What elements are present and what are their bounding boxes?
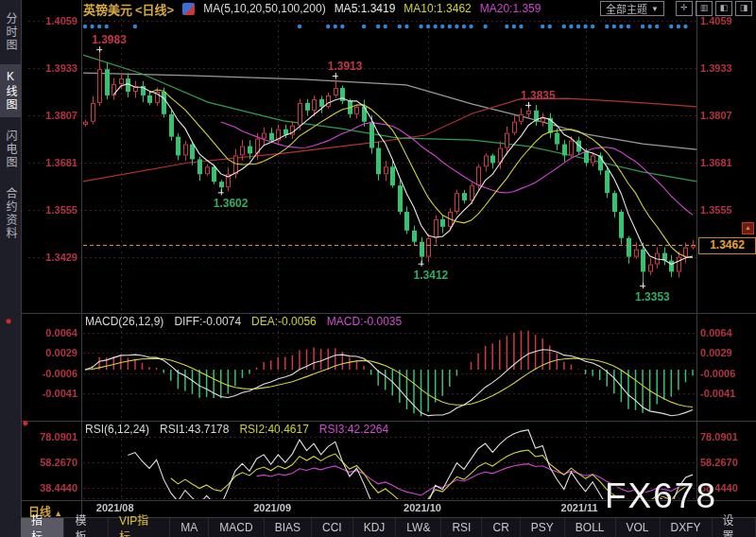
ma20-value: MA20:1.359 [480,2,541,15]
toolbar-item-RSI[interactable]: RSI [441,518,482,537]
rsi2-value: RSI2:40.4617 [239,423,308,436]
toolbar-item-KDJ[interactable]: KDJ [353,518,397,537]
theme-dropdown-label: 全部主题 [606,1,647,16]
chart-next-icon[interactable]: ◨ [735,1,752,16]
sidebar-item-time-chart[interactable]: 分时图 [0,7,22,58]
rsi3-value: RSI3:42.2264 [319,423,388,436]
macd-macd-value: MACD:-0.0035 [327,315,402,328]
sidebar-item-contract-info[interactable]: 合约资料 [0,182,22,246]
toolbar-item-CR[interactable]: CR [482,518,520,537]
chart-tool-buttons: ✛▥◧◨ [673,1,752,16]
rsi-title[interactable]: RSI(6,12,24) [85,423,149,436]
sidebar: 分时图K线图闪电图合约资料 [0,0,21,537]
chevron-down-icon: ▼ [651,5,659,13]
panel-separator [21,313,756,314]
period-tag: <日线> [135,0,174,18]
toolbar-item-CCI[interactable]: CCI [312,518,353,537]
toolbar-item-BOLL[interactable]: BOLL [565,518,616,537]
ma-settings-label[interactable]: MA(5,10,20,50,100,200) [203,2,325,15]
sidebar-item-lightning-chart[interactable]: 闪电图 [0,124,22,175]
indicator-window-icon[interactable]: ▥ [696,1,713,16]
rsi1-value: RSI1:43.7178 [160,423,229,436]
chart-canvas[interactable] [0,0,756,537]
macd-dea-value: DEA:-0.0056 [251,315,317,328]
indicator-toolbar: 指标模板VIP指标MAMACDBIASCCIKDJLW&RSICRPSYBOLL… [21,517,756,537]
toolbar-item-MACD[interactable]: MACD [209,518,264,537]
current-price-box: 1.3462 [698,237,756,254]
toolbar-item-DXFY[interactable]: DXFY [661,518,713,537]
price-alert-icon[interactable]: ▲ [742,222,754,234]
rsi-settings-icon[interactable]: ✸ [22,419,29,428]
ma5-value: MA5:1.3419 [335,2,396,15]
crosshair-icon[interactable]: ✛ [676,1,693,16]
plot-left-border [81,0,82,517]
toolbar-item-VIP指标[interactable]: VIP指标 [109,518,170,537]
watermark: FX678 [605,476,717,516]
toolbar-item-指标[interactable]: 指标 [21,518,64,537]
macd-diff-value: DIFF:-0.0074 [174,315,241,328]
toolbar-item-模板[interactable]: 模板 [64,518,108,537]
chart-prev-icon[interactable]: ◧ [715,1,732,16]
toolbar-item-PSY[interactable]: PSY [521,518,565,537]
ma10-value: MA10:1.3462 [404,2,471,15]
macd-panel-header: MACD(26,12,9) DIFF:-0.0074 DEA:-0.0056 M… [85,315,402,328]
title-bar: 英镑美元 <日线> MA(5,10,20,50,100,200) MA5:1.3… [83,0,752,17]
macd-title[interactable]: MACD(26,12,9) [85,315,163,328]
panel-separator [21,421,756,422]
toolbar-item-BIAS[interactable]: BIAS [265,518,312,537]
toolbar-item-VOL[interactable]: VOL [616,518,661,537]
symbol-title: 英镑美元 [83,0,132,18]
theme-dropdown-button[interactable]: 全部主题 ▼ [600,1,664,16]
macd-settings-icon[interactable]: ✸ [5,317,12,326]
platform-logo-icon [182,3,195,15]
toolbar-item-LW&[interactable]: LW& [396,518,441,537]
toolbar-item-设置[interactable]: 设置 [713,518,756,537]
sidebar-item-kline-chart[interactable]: K线图 [0,64,22,117]
toolbar-item-MA[interactable]: MA [170,518,209,537]
rsi-panel-header: RSI(6,12,24) RSI1:43.7178 RSI2:40.4617 R… [85,423,388,436]
plot-right-border [696,0,697,500]
